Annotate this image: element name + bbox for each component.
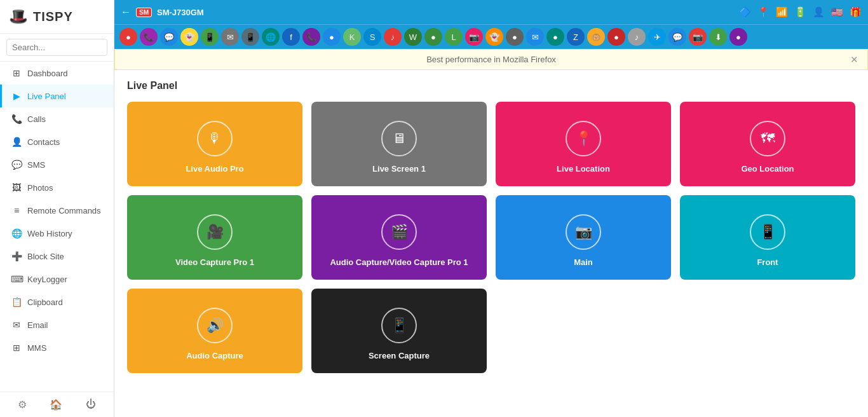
live-card-front-camera[interactable]: 📱 Front — [680, 195, 855, 280]
app-icon-circle-blue2[interactable]: ● — [323, 28, 341, 46]
live-card-live-location[interactable]: 📍 Live Location — [496, 102, 671, 186]
logo-icon: 🎩 — [9, 8, 28, 25]
nav-icon-live-panel: ▶ — [11, 91, 22, 101]
app-icon-viber-purple[interactable]: 📞 — [302, 28, 320, 46]
banner-close-button[interactable]: ✕ — [850, 54, 858, 65]
nav-label-web-history: Web History — [27, 229, 72, 238]
app-icons-row: ●📞💬👻📱✉📱🌐f📞●KS♪W●L📷👻●✉●Z🐵●♪✈💬📷⬇● — [114, 24, 868, 49]
sidebar-item-email[interactable]: ✉Email — [0, 313, 114, 336]
nav-label-email: Email — [27, 320, 48, 330]
app-icon-skype-blue[interactable]: S — [363, 28, 381, 46]
nav-icon-mms: ⊞ — [11, 343, 22, 353]
card-icon-live-audio-pro: 🎙 — [197, 121, 233, 156]
app-icon-snap-yellow[interactable]: 👻 — [180, 28, 198, 46]
card-icon-audio-capture: 🔊 — [197, 308, 233, 343]
app-icon-fb-blue[interactable]: f — [282, 28, 300, 46]
sidebar: 🎩 TISPY ⊞Dashboard▶Live Panel📞Calls👤Cont… — [0, 0, 114, 417]
nav-label-live-panel: Live Panel — [27, 92, 66, 101]
app-icon-snap-orange[interactable]: 👻 — [485, 28, 503, 46]
app-icon-tiktok-red[interactable]: ♪ — [384, 28, 402, 46]
app-icon-photos-red3[interactable]: 📷 — [689, 28, 707, 46]
main-content: ← SM SM-J730GM 🔷 📍 📶 🔋 👤 🇺🇸 🎁 ●📞💬👻📱✉📱🌐f📞… — [114, 0, 868, 417]
card-label-live-audio-pro: Live Audio Pro — [186, 164, 243, 174]
topbar-right: 🔷 📍 📶 🔋 👤 🇺🇸 🎁 — [739, 6, 862, 18]
sidebar-item-mms[interactable]: ⊞MMS — [0, 336, 114, 359]
app-icon-kik-green[interactable]: K — [343, 28, 361, 46]
sidebar-item-live-panel[interactable]: ▶Live Panel — [0, 85, 114, 107]
live-card-audio-video-capture[interactable]: 🎬 Audio Capture/Video Capture Pro 1 — [311, 195, 487, 280]
live-card-audio-capture[interactable]: 🔊 Audio Capture — [127, 289, 302, 373]
content-area: Live Panel 🎙 Live Audio Pro 🖥 Live Scree… — [114, 70, 868, 417]
sidebar-item-contacts[interactable]: 👤Contacts — [0, 130, 114, 153]
search-input[interactable] — [6, 39, 107, 56]
nav-icon-remote-commands: ≡ — [11, 205, 22, 215]
nav-icon-block-site: ➕ — [11, 251, 22, 261]
live-card-geo-location[interactable]: 🗺 Geo Location — [680, 102, 855, 186]
app-icon-msg-blue6[interactable]: 💬 — [668, 28, 686, 46]
card-icon-front-camera: 📱 — [750, 214, 785, 250]
app-icon-whatsapp-green[interactable]: 📱 — [201, 28, 219, 46]
app-icon-download-green5[interactable]: ⬇ — [709, 28, 727, 46]
nav-icon-keylogger: ⌨ — [11, 274, 22, 284]
app-icon-circle-green3[interactable]: ● — [424, 28, 442, 46]
live-card-live-screen-1[interactable]: 🖥 Live Screen 1 — [311, 102, 487, 186]
app-icon-red-circle[interactable]: ● — [119, 28, 137, 46]
card-icon-live-location: 📍 — [566, 121, 601, 156]
sidebar-item-clipboard[interactable]: 📋Clipboard — [0, 291, 114, 313]
power-icon[interactable]: ⏻ — [86, 399, 96, 411]
app-icon-telegram-blue5[interactable]: ✈ — [648, 28, 666, 46]
live-card-screen-capture[interactable]: 📱 Screen Capture — [311, 289, 487, 373]
gift-icon: 🎁 — [850, 6, 862, 18]
live-card-main-camera[interactable]: 📷 Main — [496, 195, 671, 280]
card-label-audio-video-capture: Audio Capture/Video Capture Pro 1 — [330, 257, 468, 267]
app-icon-mail-gray[interactable]: ✉ — [221, 28, 239, 46]
user-icon: 👤 — [813, 6, 825, 18]
nav-label-sms: SMS — [27, 160, 45, 170]
app-icon-wechat-green2[interactable]: W — [404, 28, 422, 46]
app-icon-monkey-yellow2[interactable]: 🐵 — [587, 28, 605, 46]
topbar: ← SM SM-J730GM 🔷 📍 📶 🔋 👤 🇺🇸 🎁 — [114, 0, 868, 24]
app-icon-music-gray3[interactable]: ♪ — [628, 28, 646, 46]
nav-label-contacts: Contacts — [27, 137, 60, 147]
nav-menu: ⊞Dashboard▶Live Panel📞Calls👤Contacts💬SMS… — [0, 62, 114, 359]
app-icon-ig-pink[interactable]: 📷 — [465, 28, 483, 46]
sidebar-item-dashboard[interactable]: ⊞Dashboard — [0, 62, 114, 85]
sidebar-item-block-site[interactable]: ➕Block Site — [0, 245, 114, 268]
app-icon-email-blue3[interactable]: ✉ — [526, 28, 544, 46]
card-label-geo-location: Geo Location — [741, 164, 794, 174]
card-icon-main-camera: 📷 — [566, 214, 601, 250]
sidebar-item-web-history[interactable]: 🌐Web History — [0, 222, 114, 245]
sidebar-item-photos[interactable]: 🖼Photos — [0, 176, 114, 199]
home-icon[interactable]: 🏠 — [50, 399, 62, 411]
sidebar-item-sms[interactable]: 💬SMS — [0, 153, 114, 176]
nav-label-block-site: Block Site — [27, 252, 64, 261]
card-label-main-camera: Main — [574, 257, 593, 267]
card-label-screen-capture: Screen Capture — [369, 351, 430, 360]
page-title: Live Panel — [127, 80, 855, 92]
card-icon-live-screen-1: 🖥 — [381, 121, 417, 156]
search-container — [0, 34, 114, 62]
app-icon-phone-purple[interactable]: 📞 — [140, 28, 158, 46]
live-card-video-capture-pro-1[interactable]: 🎥 Video Capture Pro 1 — [127, 195, 302, 280]
live-card-live-audio-pro[interactable]: 🎙 Live Audio Pro — [127, 102, 302, 186]
app-icon-hangouts-green4[interactable]: ● — [546, 28, 564, 46]
sidebar-item-keylogger[interactable]: ⌨KeyLogger — [0, 268, 114, 291]
sidebar-item-calls[interactable]: 📞Calls — [0, 107, 114, 130]
app-icon-red2[interactable]: ● — [607, 28, 625, 46]
nav-icon-sms: 💬 — [11, 160, 22, 170]
app-icon-iphone-gray2[interactable]: 📱 — [241, 28, 259, 46]
sidebar-bottom: ⚙ 🏠 ⏻ — [0, 392, 114, 417]
app-icon-line-green[interactable]: L — [445, 28, 463, 46]
card-icon-video-capture-pro-1: 🎥 — [197, 214, 233, 250]
card-label-live-screen-1: Live Screen 1 — [372, 164, 426, 174]
app-icon-globe-teal[interactable]: 🌐 — [262, 28, 280, 46]
app-icon-gray2[interactable]: ● — [506, 28, 524, 46]
app-icon-chat-blue[interactable]: 💬 — [160, 28, 178, 46]
card-label-live-location: Live Location — [557, 164, 610, 174]
settings-icon[interactable]: ⚙ — [18, 399, 27, 411]
app-icon-circle-purple2[interactable]: ● — [729, 28, 747, 46]
app-icon-zoom-blue4[interactable]: Z — [567, 28, 585, 46]
device-badge: SM — [136, 8, 152, 17]
back-button[interactable]: ← — [121, 6, 131, 18]
sidebar-item-remote-commands[interactable]: ≡Remote Commands — [0, 199, 114, 222]
